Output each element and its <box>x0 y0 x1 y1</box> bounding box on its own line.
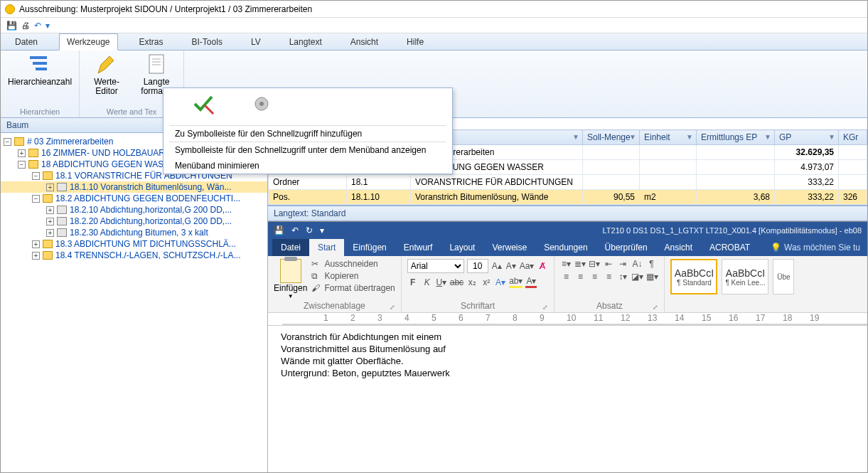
font-size-input[interactable] <box>467 259 488 273</box>
word-tab-layout[interactable]: Layout <box>441 239 483 256</box>
col-sollmenge[interactable]: Soll-Menge <box>587 132 631 142</box>
gear-icon[interactable] <box>250 92 273 115</box>
word-tab-ueberpruefen[interactable]: Überprüfen <box>596 239 656 256</box>
filter-icon[interactable]: ▼ <box>572 133 579 141</box>
hierarchieanzahl-button[interactable]: Hierarchieanzahl <box>8 53 72 87</box>
copy-button[interactable]: ⧉Kopieren <box>311 271 395 281</box>
toggle-icon[interactable]: + <box>46 206 54 214</box>
toggle-icon[interactable]: − <box>32 172 40 180</box>
word-tab-datei[interactable]: Datei <box>272 239 309 256</box>
toggle-icon[interactable]: + <box>46 218 54 225</box>
col-gp[interactable]: GP <box>779 132 791 142</box>
tree-node[interactable]: 18.2.20 Abdichtung,horizontal,G 200 DD,.… <box>70 216 232 226</box>
word-document-body[interactable]: Voranstrich für Abdichtungen mit einem V… <box>268 326 867 473</box>
tab-werkzeuge[interactable]: Werkzeuge <box>59 33 117 51</box>
toggle-icon[interactable]: + <box>32 240 40 248</box>
borders-icon[interactable]: ▦▾ <box>646 272 658 282</box>
filter-icon[interactable]: ▼ <box>629 133 636 141</box>
align-right-icon[interactable]: ≡ <box>589 272 600 282</box>
tab-bitools[interactable]: BI-Tools <box>185 34 230 50</box>
format-painter-button[interactable]: 🖌Format übertragen <box>311 283 395 293</box>
word-undo-icon[interactable]: ↶ <box>291 225 299 235</box>
col-ermittlungs-ep[interactable]: Ermittlungs EP <box>701 132 757 142</box>
paste-button[interactable]: Einfügen▼ <box>274 259 307 299</box>
italic-icon[interactable]: K <box>422 277 433 287</box>
justify-icon[interactable]: ≡ <box>603 272 614 282</box>
tree-node[interactable]: 18.2 ABDICHTUNG GEGEN BODENFEUCHTI... <box>55 193 240 203</box>
bullets-icon[interactable]: ≡▾ <box>560 259 572 269</box>
style-kein-leerraum[interactable]: AaBbCcI¶ Kein Lee... <box>722 259 768 294</box>
tab-hilfe[interactable]: Hilfe <box>400 34 431 50</box>
filter-icon[interactable]: ▼ <box>828 133 835 141</box>
grow-font-icon[interactable]: A▴ <box>491 261 503 271</box>
save-icon[interactable]: 💾 <box>6 21 17 31</box>
dialog-launcher-icon[interactable]: ⤢ <box>542 304 548 311</box>
toggle-icon[interactable]: + <box>46 229 54 237</box>
subscript-icon[interactable]: x₂ <box>466 277 478 287</box>
underline-icon[interactable]: U▾ <box>436 277 447 287</box>
filter-icon[interactable]: ▼ <box>764 133 771 141</box>
sort-icon[interactable]: A↓ <box>631 259 643 269</box>
toggle-icon[interactable]: − <box>32 195 40 203</box>
cm-minimize-ribbon[interactable]: Menüband minimieren <box>164 158 452 174</box>
tree-node[interactable]: 18 ABDICHTUNG GEGEN WASSER <box>41 159 181 169</box>
cut-button[interactable]: ✂Ausschneiden <box>311 259 395 269</box>
tab-daten[interactable]: Daten <box>8 34 45 50</box>
table-row[interactable]: Pos.18.1.10Voranstrich Bitumenlösung, Wä… <box>269 190 867 205</box>
font-color-icon[interactable]: A▾ <box>525 276 537 288</box>
shrink-font-icon[interactable]: A▾ <box>505 261 517 271</box>
style-ueberschrift[interactable]: Übe <box>773 259 794 294</box>
show-marks-icon[interactable]: ¶ <box>645 259 657 269</box>
table-row[interactable]: Ordner18.1VORANSTRICHE FÜR ABDICHTUNGEN3… <box>269 175 867 190</box>
filter-icon[interactable]: ▼ <box>686 133 693 141</box>
qat-dropdown-icon[interactable]: ▾ <box>45 21 50 31</box>
word-tab-ansicht[interactable]: Ansicht <box>656 239 701 256</box>
toggle-icon[interactable]: − <box>4 138 11 146</box>
cm-add-to-qat[interactable]: Zu Symbolleiste für den Schnellzugriff h… <box>164 126 452 142</box>
toggle-icon[interactable]: + <box>46 184 54 191</box>
strike-icon[interactable]: abc <box>450 277 464 287</box>
font-name-select[interactable]: Arial <box>407 259 464 273</box>
toggle-icon[interactable]: − <box>18 161 26 169</box>
tree-node[interactable]: 18.3 ABDICHTUNG MIT DICHTUNGSSCHLÄ... <box>55 239 236 249</box>
word-tab-acrobat[interactable]: ACROBAT <box>701 239 759 256</box>
word-qat-more-icon[interactable]: ▾ <box>320 225 324 235</box>
tree-node[interactable]: 18.2.10 Abdichtung,horizontal,G 200 DD,.… <box>70 205 232 215</box>
clear-format-icon[interactable]: A̸ <box>537 261 548 271</box>
outdent-icon[interactable]: ⇤ <box>603 259 614 269</box>
tree-view[interactable]: −# 03 Zimmererarbeiten +16 ZIMMER- UND H… <box>1 133 267 473</box>
shading-icon[interactable]: ◪▾ <box>631 272 643 282</box>
word-tab-sendungen[interactable]: Sendungen <box>535 239 596 256</box>
cm-show-qat-below[interactable]: Symbolleiste für den Schnellzugriff unte… <box>164 142 452 158</box>
werte-editor-button[interactable]: Werte- Editor <box>87 53 127 96</box>
col-einheit[interactable]: Einheit <box>644 132 670 142</box>
tree-node[interactable]: 18.2.30 Abdichtung Bitumen, 3 x kalt <box>70 228 208 238</box>
tab-lv[interactable]: LV <box>244 34 268 50</box>
change-case-icon[interactable]: Aa▾ <box>520 261 535 271</box>
tree-node-selected[interactable]: 18.1.10 Voranstrich Bitumenlösung, Wän..… <box>70 182 231 192</box>
multilevel-icon[interactable]: ⊟▾ <box>589 259 600 269</box>
indent-icon[interactable]: ⇥ <box>617 259 628 269</box>
undo-icon[interactable]: ↶ <box>34 21 41 31</box>
align-left-icon[interactable]: ≡ <box>560 272 572 282</box>
highlight-icon[interactable]: ab▾ <box>509 276 523 288</box>
word-tell-me[interactable]: 💡Was möchten Sie tu <box>763 239 867 256</box>
toggle-icon[interactable]: + <box>32 252 40 260</box>
dialog-launcher-icon[interactable]: ⤢ <box>390 304 395 311</box>
word-redo-icon[interactable]: ↻ <box>306 225 313 235</box>
dialog-launcher-icon[interactable]: ⤢ <box>653 304 658 311</box>
style-standard[interactable]: AaBbCcI¶ Standard <box>670 259 717 294</box>
align-center-icon[interactable]: ≡ <box>574 272 586 282</box>
col-kgr[interactable]: KGr <box>843 132 858 142</box>
word-tab-start[interactable]: Start <box>309 239 344 256</box>
word-ruler[interactable]: 12345678910111213141516171819 <box>268 313 867 326</box>
numbering-icon[interactable]: ≣▾ <box>574 259 586 269</box>
tree-node[interactable]: # 03 Zimmererarbeiten <box>27 137 113 147</box>
bold-icon[interactable]: F <box>407 277 419 287</box>
text-effect-icon[interactable]: A▾ <box>495 277 506 287</box>
tree-node[interactable]: 18.4 TRENNSCH./-LAGEN, SCHUTZSCH./-LA... <box>55 250 241 260</box>
word-save-icon[interactable]: 💾 <box>274 225 284 235</box>
tab-langtext[interactable]: Langtext <box>282 34 329 50</box>
superscript-icon[interactable]: x² <box>481 277 492 287</box>
word-tab-verweise[interactable]: Verweise <box>483 239 535 256</box>
